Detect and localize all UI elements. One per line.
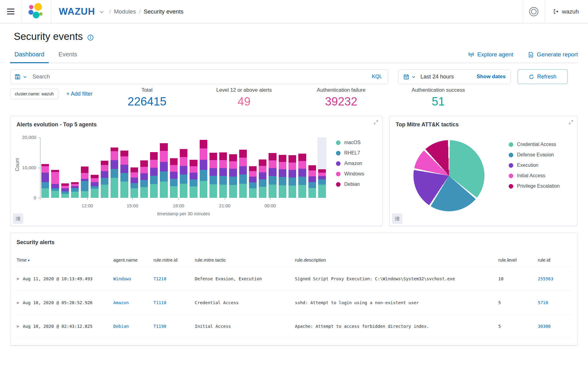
bar-22[interactable] bbox=[258, 137, 267, 198]
legend-item[interactable]: Windows bbox=[336, 171, 364, 177]
bar-segment-rhel7 bbox=[269, 176, 276, 185]
health-status-icon[interactable] bbox=[523, 0, 545, 23]
agent-name-link[interactable]: Amazon bbox=[113, 300, 129, 305]
menu-hamburger-icon[interactable] bbox=[0, 0, 21, 23]
bar-segment-rhel7 bbox=[41, 182, 49, 189]
list-icon bbox=[15, 216, 21, 221]
bar-11[interactable] bbox=[149, 137, 158, 198]
bar-0[interactable] bbox=[41, 137, 50, 198]
bar-8[interactable] bbox=[120, 137, 129, 198]
show-dates-button[interactable]: Show dates bbox=[477, 74, 506, 80]
bar-6[interactable] bbox=[100, 137, 109, 198]
bar-21[interactable] bbox=[248, 137, 257, 198]
mitre-id-link[interactable]: T1110 bbox=[153, 300, 166, 305]
legend-item[interactable]: Execution bbox=[509, 163, 560, 168]
expand-panel-button[interactable] bbox=[373, 120, 379, 126]
bar-16[interactable] bbox=[199, 137, 208, 198]
rule-id-link[interactable]: 255563 bbox=[538, 276, 553, 281]
logout-menu[interactable]: wazuh bbox=[545, 8, 588, 15]
legend-item[interactable]: RHEL7 bbox=[336, 150, 364, 156]
bar-2[interactable] bbox=[61, 137, 70, 198]
bar-segment-windows bbox=[120, 156, 128, 165]
column-header-rule-level[interactable]: rule.level bbox=[498, 257, 538, 263]
bar-13[interactable] bbox=[169, 137, 178, 198]
bar-24[interactable] bbox=[278, 137, 287, 198]
bar-9[interactable] bbox=[130, 137, 139, 198]
column-header-rule-mitre-tactic[interactable]: rule.mitre.tactic bbox=[195, 257, 295, 263]
legend-item[interactable]: Initial Access bbox=[509, 173, 560, 178]
column-header-agent-name[interactable]: agent.name bbox=[113, 257, 153, 263]
bar-segment-macos bbox=[298, 185, 306, 198]
bar-23[interactable] bbox=[268, 137, 277, 198]
mitre-id-link[interactable]: T1218 bbox=[153, 276, 166, 281]
bar-14[interactable] bbox=[179, 137, 188, 198]
bar-17[interactable] bbox=[209, 137, 218, 198]
bar-15[interactable] bbox=[189, 137, 198, 198]
time-range-value[interactable]: Last 24 hours bbox=[420, 74, 454, 80]
row-expand-icon[interactable]: > bbox=[17, 324, 19, 329]
row-expand-icon[interactable]: > bbox=[17, 276, 19, 281]
legend-item[interactable]: Defense Evasion bbox=[509, 152, 560, 158]
bar-segment-amazon bbox=[91, 182, 98, 186]
inspect-button[interactable] bbox=[13, 213, 23, 224]
wazuh-logo[interactable]: WAZUH bbox=[59, 6, 95, 17]
generate-report-button[interactable]: Generate report bbox=[528, 51, 578, 58]
breadcrumb-modules[interactable]: Modules bbox=[114, 8, 136, 15]
bar-18[interactable] bbox=[219, 137, 228, 198]
mitre-tactics-pie-chart[interactable] bbox=[413, 140, 484, 211]
mitre-id-link[interactable]: T1190 bbox=[153, 324, 166, 329]
bar-25[interactable] bbox=[288, 137, 297, 198]
bar-7[interactable] bbox=[110, 137, 119, 198]
column-header-rule-id[interactable]: rule.id bbox=[538, 257, 571, 263]
antenna-icon bbox=[468, 52, 474, 58]
legend-item[interactable]: Privilege Escalation bbox=[509, 183, 560, 189]
query-language-button[interactable]: KQL bbox=[372, 74, 382, 80]
legend-item[interactable]: Amazon bbox=[336, 161, 364, 166]
explore-agent-button[interactable]: Explore agent bbox=[468, 51, 513, 58]
row-expand-icon[interactable]: > bbox=[17, 300, 19, 305]
expand-panel-button[interactable] bbox=[568, 120, 574, 126]
column-header-rule-mitre-id[interactable]: rule.mitre.id bbox=[153, 257, 195, 263]
legend-item[interactable]: Debian bbox=[336, 182, 364, 187]
bar-26[interactable] bbox=[298, 137, 307, 198]
alerts-evolution-panel: Alerts evolution - Top 5 agents Count 01… bbox=[10, 116, 383, 226]
column-header-rule-description[interactable]: rule.description bbox=[295, 257, 498, 263]
agent-name-link[interactable]: Windows bbox=[113, 276, 131, 281]
table-row: > Aug 11, 2020 @ 10:13:49.493 Windows T1… bbox=[17, 266, 571, 290]
bar-segment-amazon bbox=[200, 160, 207, 170]
agent-name-link[interactable]: Debian bbox=[113, 324, 129, 329]
tab-events[interactable]: Events bbox=[54, 51, 81, 63]
bar-segment-rhel7 bbox=[318, 179, 326, 185]
elastic-logo[interactable] bbox=[22, 0, 51, 23]
refresh-button[interactable]: Refresh bbox=[518, 69, 568, 84]
legend-item[interactable]: Credential Access bbox=[509, 142, 560, 147]
tab-dashboard[interactable]: Dashboard bbox=[10, 51, 49, 63]
search-input[interactable] bbox=[32, 74, 372, 80]
bar-19[interactable] bbox=[228, 137, 237, 198]
bar-12[interactable] bbox=[159, 137, 168, 198]
saved-queries-menu[interactable] bbox=[15, 74, 32, 80]
bar-segment-amazon bbox=[140, 173, 148, 180]
add-filter-button[interactable]: + Add filter bbox=[66, 91, 93, 97]
date-quick-menu[interactable] bbox=[403, 74, 416, 80]
chevron-down-icon[interactable] bbox=[99, 9, 104, 16]
bar-10[interactable] bbox=[140, 137, 149, 198]
bar-1[interactable] bbox=[51, 137, 59, 198]
bar-27[interactable] bbox=[308, 137, 317, 198]
legend-item[interactable]: macOS bbox=[336, 140, 364, 145]
bar-segment-windows bbox=[91, 178, 98, 182]
legend-label: Windows bbox=[344, 171, 364, 177]
rule-id-link[interactable]: 30306 bbox=[538, 324, 551, 329]
inspect-button[interactable] bbox=[392, 213, 402, 224]
legend-label: Defense Evasion bbox=[517, 152, 554, 158]
breadcrumb: / Modules / Security events bbox=[109, 8, 183, 15]
bar-5[interactable] bbox=[90, 137, 99, 198]
info-icon[interactable] bbox=[87, 34, 94, 41]
bar-20[interactable] bbox=[239, 137, 247, 198]
bar-28[interactable] bbox=[318, 137, 326, 198]
filter-pill[interactable]: cluster.name: wazuh bbox=[10, 89, 58, 99]
bar-3[interactable] bbox=[70, 137, 79, 198]
rule-id-link[interactable]: 5710 bbox=[538, 300, 548, 305]
column-header-time[interactable]: Time▾ bbox=[17, 257, 113, 263]
bar-4[interactable] bbox=[80, 137, 89, 198]
